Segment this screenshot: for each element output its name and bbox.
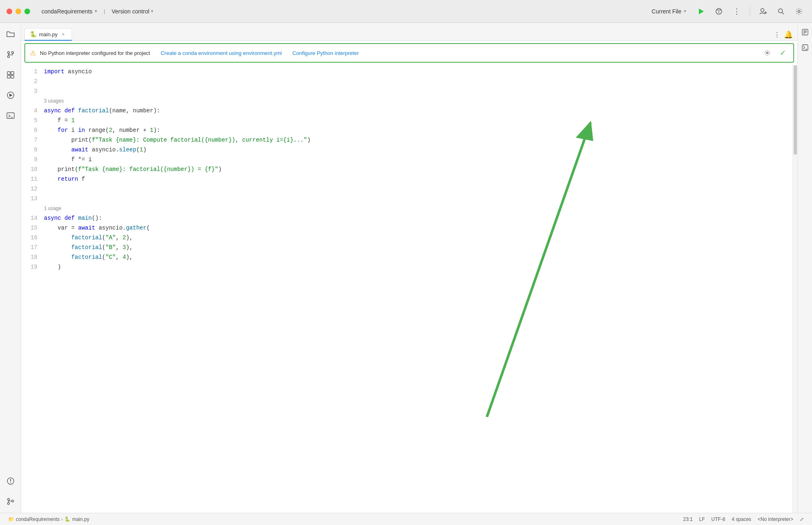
svg-marker-0 [699,9,704,14]
code-line-7: print(f"Task {name}: Compute factorial({… [44,135,792,145]
close-button[interactable] [7,9,12,14]
status-indent[interactable]: 4 spaces [729,513,755,525]
titlebar-left: condaRequirements ▾ | Version control ▾ [38,7,422,16]
status-cursor[interactable]: 23:1 [680,513,696,525]
notification-bell[interactable]: 🔔 [783,29,794,40]
more-options-button[interactable]: ⋮ [730,5,743,18]
right-sidebar-icon-1[interactable] [799,26,811,38]
usages-hint-1: 3 usages [44,96,792,106]
titlebar-separator: | [104,9,105,14]
svg-marker-14 [9,94,13,97]
settings-button[interactable] [792,5,805,18]
status-breadcrumb[interactable]: 📁 condaRequirements › 🐍 main.py [5,513,92,525]
titlebar-right: Current File ▾ ⋮ [422,5,805,18]
svg-point-19 [7,503,9,505]
titlebar-divider [750,7,750,16]
vertical-scrollbar[interactable] [792,65,797,513]
notif-check-button[interactable]: ✓ [777,47,788,59]
search-button[interactable] [775,5,788,18]
scrollbar-thumb[interactable] [794,65,797,155]
status-interpreter-label: <No interpreter> [758,516,793,522]
sidebar-item-git[interactable] [2,493,19,510]
tab-bar: 🐍 main.py × ⋮ 🔔 [21,23,797,41]
sidebar-item-plugins[interactable] [2,67,19,83]
run-config-label: Current File [652,8,681,15]
maximize-button[interactable] [24,9,30,14]
status-cursor-pos: 23:1 [683,516,692,522]
version-control-selector[interactable]: Version control ▾ [108,7,157,16]
svg-point-7 [11,52,13,54]
sidebar-item-vcs[interactable] [2,46,19,63]
main-layout: 🐍 main.py × ⋮ 🔔 ⚠ No Python interpreter … [0,23,812,513]
run-config-selector[interactable]: Current File ▾ [648,7,690,16]
status-encoding-label: UTF-8 [712,516,725,522]
svg-point-8 [7,56,9,58]
svg-point-3 [761,9,764,12]
sidebar-left [0,23,21,513]
svg-rect-12 [11,75,14,78]
right-sidebar-icon-2[interactable] [799,42,811,54]
window-controls [7,9,30,14]
svg-point-2 [718,9,720,11]
run-button[interactable] [694,5,707,18]
notif-settings-button[interactable] [762,47,773,59]
code-line-17: factorial("B", 3), [44,243,792,252]
sidebar-item-folder[interactable] [2,26,19,42]
code-line-5: f = 1 [44,116,792,125]
status-lf-label: LF [699,516,705,522]
code-line-15: var = await asyncio.gather( [44,223,792,233]
sidebar-right [797,23,812,513]
svg-rect-11 [7,75,10,78]
code-line-2 [44,77,792,86]
code-line-3 [44,86,792,96]
vc-label: Version control [111,8,149,15]
svg-rect-25 [802,45,808,50]
status-project: condaRequirements [16,516,59,522]
expand-icon: ⤢ [800,516,804,522]
notification-banner: ⚠ No Python interpreter configured for t… [24,43,794,63]
code-line-14: async def main(): [44,213,792,223]
project-selector[interactable]: condaRequirements ▾ [38,7,100,16]
svg-rect-15 [7,113,14,118]
code-line-12 [44,184,792,194]
status-filename: main.py [72,516,89,522]
svg-point-4 [779,9,783,13]
code-line-16: factorial("A", 2), [44,233,792,243]
editor-area: 🐍 main.py × ⋮ 🔔 ⚠ No Python interpreter … [21,23,797,513]
main-py-tab[interactable]: 🐍 main.py × [24,28,72,41]
svg-point-18 [7,499,9,501]
tab-more-button[interactable]: ⋮ [771,29,783,40]
status-expand-button[interactable]: ⤢ [797,513,807,525]
titlebar: condaRequirements ▾ | Version control ▾ … [0,0,812,23]
sidebar-item-run[interactable] [2,87,19,103]
code-line-8: await asyncio.sleep(1) [44,145,792,155]
svg-point-6 [7,52,9,54]
add-account-button[interactable] [757,5,770,18]
status-folder-icon: 📁 [8,516,14,522]
code-line-6: for i in range(2, number + 1): [44,125,792,135]
sidebar-item-problems[interactable] [2,473,19,489]
code-line-9: f *= i [44,155,792,164]
usages-hint-2: 1 usage [44,203,792,213]
create-conda-env-link[interactable]: Create a conda environment using environ… [161,50,282,56]
status-encoding[interactable]: UTF-8 [708,513,729,525]
status-line-ending[interactable]: LF [696,513,708,525]
code-editor: 1 2 3 · 4 5 6 7 8 9 10 11 12 13 · 14 15 … [21,65,797,513]
more-icon: ⋮ [733,7,740,16]
svg-point-17 [10,482,11,483]
code-line-13 [44,194,792,203]
minimize-button[interactable] [15,9,21,14]
run-config-chevron-icon: ▾ [684,9,686,14]
configure-interpreter-link[interactable]: Configure Python interpreter [292,50,359,56]
code-line-18: factorial("C", 4), [44,252,792,262]
tab-close-button[interactable]: × [60,31,67,37]
status-interpreter[interactable]: <No interpreter> [755,513,797,525]
status-indent-label: 4 spaces [732,516,751,522]
vc-chevron-icon: ▾ [151,9,153,14]
sidebar-item-terminal[interactable] [2,107,19,124]
warning-icon: ⚠ [30,49,36,57]
code-content[interactable]: import asyncio 3 usages async def factor… [41,65,792,513]
code-line-4: async def factorial(name, number): [44,106,792,116]
debug-button[interactable] [712,5,725,18]
project-chevron-icon: ▾ [95,9,97,14]
